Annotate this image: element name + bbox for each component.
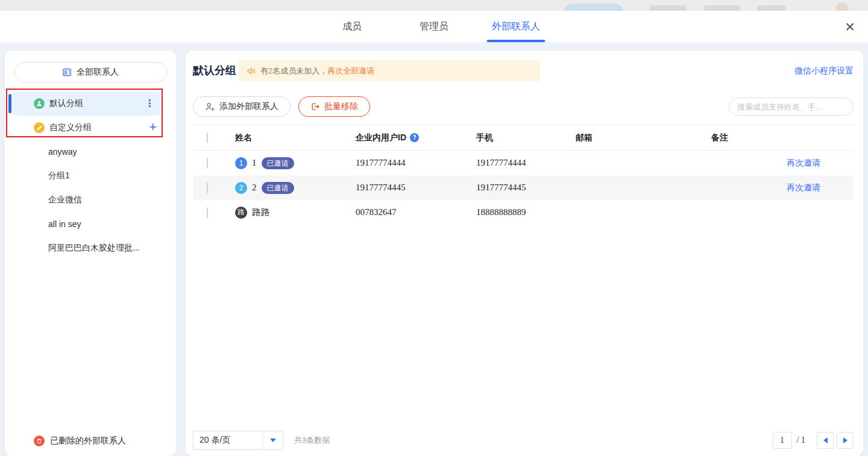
announce-icon [247,66,256,76]
row-checkbox[interactable] [207,183,208,193]
avatar: 1 [235,157,247,169]
background-page-strip [0,0,868,11]
contact-name: 2 [252,183,257,193]
all-contacts-button[interactable]: 全部联系人 [14,62,167,83]
sidebar-group-default[interactable]: 默认分组 ⋮ [12,92,160,116]
add-button-label: 添加外部联系人 [219,101,278,112]
avatar: 路 [235,207,247,219]
row-checkbox[interactable] [207,158,208,169]
sidebar: 全部联系人 默认分组 ⋮ 自定义分组 + anyway [5,51,176,456]
deleted-contacts-entry[interactable]: 已删除的外部联系人 [34,436,126,446]
reinvite-all-link[interactable]: 再次全部邀请 [327,66,374,75]
total-count-text: 共3条数据 [294,435,330,446]
reinvite-link[interactable]: 再次邀请 [787,158,820,167]
background-item [704,5,740,11]
table-footer: 20 条/页 共3条数据 / 1 [193,430,854,451]
batch-remove-button[interactable]: 批量移除 [298,96,370,117]
contacts-table: 姓名 企业内用户ID? 手机 邮箱 备注 1 1 已邀请 19177774444… [193,125,854,225]
add-external-contact-button[interactable]: 添加外部联系人 [193,96,291,117]
group-title: 默认分组 [193,63,236,78]
prev-page-button[interactable] [817,432,834,449]
phone: 18888888889 [476,207,576,217]
toolbar: 添加外部联系人 批量移除 [193,96,854,117]
person-icon [34,98,45,109]
col-remark: 备注 [711,133,787,143]
sidebar-group-alibaba[interactable]: 阿里巴巴白木胶处理批... [12,236,160,260]
person-add-icon [205,102,215,112]
tab-admins[interactable]: 管理员 [393,11,475,42]
table-header-row: 姓名 企业内用户ID? 手机 邮箱 备注 [193,125,854,151]
reinvite-link[interactable]: 再次邀请 [787,183,820,192]
sidebar-group-all-in-sey[interactable]: all in sey [12,212,160,236]
col-user-id: 企业内用户ID [356,133,406,143]
page-number-input[interactable] [773,432,792,449]
background-item [650,5,686,11]
table-row: 2 2 已邀请 19177774445 19177774445 再次邀请 [193,175,854,200]
chevron-down-icon [270,439,276,442]
alert-text: 有 [260,66,268,75]
tab-members[interactable]: 成员 [311,11,393,42]
tab-bar: 成员 管理员 外部联系人 [0,11,868,42]
group-label: 分组1 [48,170,70,181]
group-label: anyway [48,147,77,157]
phone: 19177774444 [476,158,576,168]
sidebar-group-wework[interactable]: 企业微信 [12,188,160,212]
sidebar-group-custom[interactable]: 自定义分组 + [12,116,160,140]
miniprogram-settings-link[interactable]: 微信小程序设置 [794,66,854,77]
user-id: 19177774444 [356,158,476,168]
page-body: 全部联系人 默认分组 ⋮ 自定义分组 + anyway [0,42,868,456]
pagination: / 1 [773,432,854,449]
help-icon[interactable]: ? [410,133,419,142]
add-group-icon[interactable]: + [149,116,157,140]
main-panel: 默认分组 有2名成员未加入，再次全部邀请 微信小程序设置 添加外部联系人 [186,51,863,456]
group-label: 企业微信 [48,195,82,205]
select-all-checkbox[interactable] [207,133,208,143]
remove-export-icon [310,102,320,111]
dialog-header: 成员 管理员 外部联系人 ✕ [0,11,868,42]
deleted-contacts-label: 已删除的外部联系人 [50,436,126,446]
sidebar-group-anyway[interactable]: anyway [12,140,160,164]
avatar: 2 [235,182,247,194]
invite-alert-banner: 有2名成员未加入，再次全部邀请 [239,60,540,81]
col-phone: 手机 [476,133,576,143]
group-list: 默认分组 ⋮ 自定义分组 + anyway 分组1 企业微信 all in se… [5,92,176,260]
trash-icon [34,436,45,446]
search-box[interactable] [729,98,854,116]
contact-name: 1 [252,158,257,168]
contact-name: 路路 [252,207,270,218]
background-button [564,4,623,11]
arrow-left-icon [823,437,828,443]
user-id: 19177774445 [356,183,476,193]
search-input[interactable] [737,102,843,111]
group-label: 默认分组 [49,98,83,109]
sidebar-group-1[interactable]: 分组1 [12,164,160,188]
group-label: 阿里巴巴白木胶处理批... [48,243,140,254]
group-label: all in sey [48,219,81,229]
arrow-right-icon [843,437,848,443]
alert-text: 名成员未加入， [272,66,327,75]
row-checkbox[interactable] [207,207,208,218]
page-size-value: 20 条/页 [193,435,262,446]
phone: 19177774445 [476,183,576,193]
table-row: 1 1 已邀请 19177774444 19177774444 再次邀请 [193,151,854,175]
invited-badge: 已邀请 [262,157,294,169]
contacts-icon [62,67,72,77]
more-menu-icon[interactable]: ⋮ [145,92,154,116]
background-item [757,5,786,11]
col-name: 姓名 [235,133,356,143]
user-id: 007832647 [356,207,476,217]
all-contacts-label: 全部联系人 [77,67,119,78]
page-size-select[interactable]: 20 条/页 [193,431,283,450]
background-avatar [835,2,849,11]
remove-button-label: 批量移除 [324,101,358,112]
group-label: 自定义分组 [49,122,92,133]
pencil-icon [34,122,45,133]
close-icon[interactable]: ✕ [841,19,858,36]
table-row: 路 路路 007832647 18888888889 [193,200,854,225]
page-count-text: / 1 [797,436,805,445]
tab-external-contacts[interactable]: 外部联系人 [475,11,557,42]
invited-badge: 已邀请 [262,182,294,194]
next-page-button[interactable] [837,432,854,449]
col-email: 邮箱 [576,133,711,143]
